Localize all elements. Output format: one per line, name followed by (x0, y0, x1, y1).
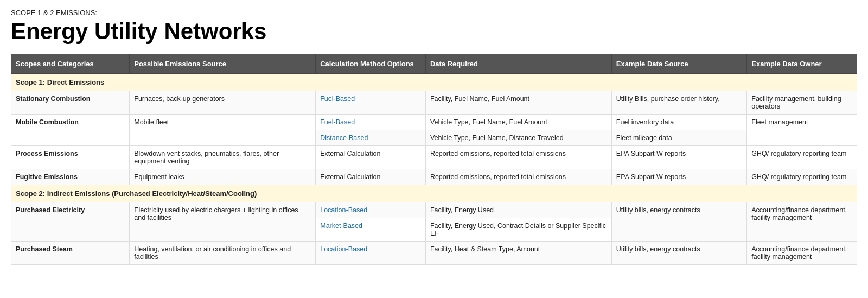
table-cell: External Calculation (316, 169, 426, 185)
table-row: Purchased SteamHeating, ventilation, or … (11, 242, 857, 265)
method-link[interactable]: Distance-Based (320, 134, 421, 142)
section-header-row: Scope 2: Indirect Emissions (Purchased E… (11, 185, 857, 202)
page-subtitle: SCOPE 1 & 2 EMISSIONS: (11, 9, 857, 17)
col-header-scopes: Scopes and Categories (11, 54, 130, 74)
table-cell: Reported emissions, reported total emiss… (425, 169, 611, 185)
method-link[interactable]: Fuel-Based (320, 95, 421, 103)
table-cell: Vehicle Type, Fuel Name, Fuel Amount (425, 115, 611, 130)
table-cell: Accounting/finance department, facility … (747, 202, 857, 242)
col-header-emissions-source: Possible Emissions Source (130, 54, 316, 74)
method-link[interactable]: Location-Based (320, 245, 421, 253)
table-cell: Utility Bills, purchase order history, (611, 91, 746, 115)
table-cell: Fleet mileage data (611, 130, 746, 146)
page-title: Energy Utility Networks (11, 19, 857, 44)
table-cell: Facility, Fuel Name, Fuel Amount (425, 91, 611, 115)
table-cell: Electricity used by electric chargers + … (130, 202, 316, 242)
table-row: Stationary CombustionFurnaces, back-up g… (11, 91, 857, 115)
table-row: Mobile CombustionMobile fleetFuel-BasedV… (11, 115, 857, 130)
table-header-row: Scopes and Categories Possible Emissions… (11, 54, 857, 74)
table-cell: Reported emissions, reported total emiss… (425, 146, 611, 169)
table-cell: Stationary Combustion (11, 91, 130, 115)
table-cell: Purchased Steam (11, 242, 130, 265)
table-cell: External Calculation (316, 146, 426, 169)
table-cell: Utility bills, energy contracts (611, 242, 746, 265)
col-header-example-source: Example Data Source (611, 54, 746, 74)
table-cell: Accounting/finance department, facility … (747, 242, 857, 265)
col-header-example-owner: Example Data Owner (747, 54, 857, 74)
method-link[interactable]: Fuel-Based (320, 118, 421, 126)
table-cell: Fleet management (747, 115, 857, 146)
table-cell: Fugitive Emissions (11, 169, 130, 185)
table-cell: Facility, Heat & Steam Type, Amount (425, 242, 611, 265)
table-cell: Facility, Energy Used (425, 202, 611, 218)
table-cell: Furnaces, back-up generators (130, 91, 316, 115)
table-cell: Utility bills, energy contracts (611, 202, 746, 242)
table-cell: GHQ/ regulatory reporting team (747, 146, 857, 169)
table-row: Fugitive EmissionsEquipment leaksExterna… (11, 169, 857, 185)
table-cell: Fuel inventory data (611, 115, 746, 130)
col-header-data-required: Data Required (425, 54, 611, 74)
table-cell: EPA Subpart W reports (611, 169, 746, 185)
table-cell: Blowdown vent stacks, pneumatics, flares… (130, 146, 316, 169)
table-cell: Heating, ventilation, or air conditionin… (130, 242, 316, 265)
method-link[interactable]: Market-Based (320, 222, 421, 230)
table-row: Process EmissionsBlowdown vent stacks, p… (11, 146, 857, 169)
col-header-calculation: Calculation Method Options (316, 54, 426, 74)
table-cell: Mobile fleet (130, 115, 316, 146)
table-row: Purchased ElectricityElectricity used by… (11, 202, 857, 218)
emissions-table: Scopes and Categories Possible Emissions… (11, 54, 857, 265)
table-cell: GHQ/ regulatory reporting team (747, 169, 857, 185)
table-cell: Equipment leaks (130, 169, 316, 185)
table-cell: Mobile Combustion (11, 115, 130, 146)
table-cell: EPA Subpart W reports (611, 146, 746, 169)
table-cell: Facility, Energy Used, Contract Details … (425, 218, 611, 242)
table-cell: Process Emissions (11, 146, 130, 169)
section-header-row: Scope 1: Direct Emissions (11, 74, 857, 91)
table-cell: Facility management, building operators (747, 91, 857, 115)
method-link[interactable]: Location-Based (320, 206, 421, 214)
table-cell: Vehicle Type, Fuel Name, Distance Travel… (425, 130, 611, 146)
table-cell: Purchased Electricity (11, 202, 130, 242)
